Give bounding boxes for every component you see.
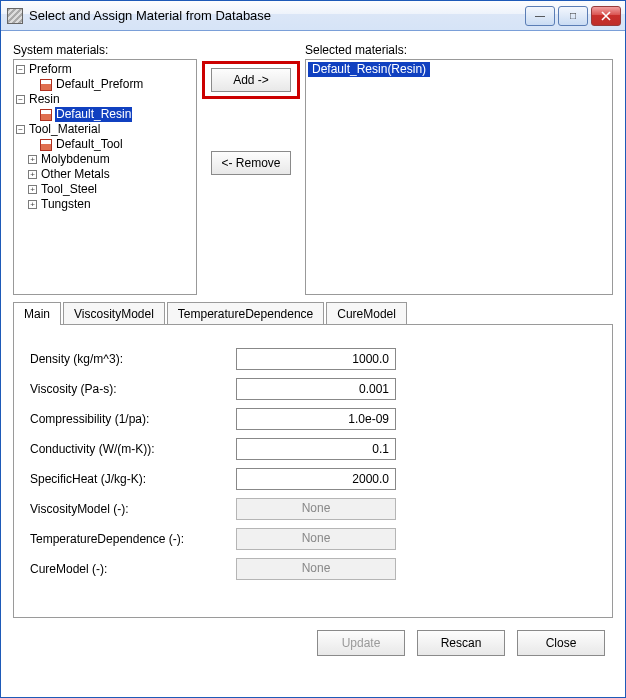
collapse-icon[interactable]: − (16, 65, 25, 74)
tree-node-default-preform[interactable]: Default_Preform (16, 77, 194, 92)
material-icon (40, 79, 52, 91)
material-icon (40, 109, 52, 121)
tree-label: Preform (28, 62, 73, 77)
tree-label: Default_Resin (55, 107, 132, 122)
conductivity-field[interactable] (236, 438, 396, 460)
property-label: TemperatureDependence (-): (30, 532, 236, 546)
dialog-content: System materials: − Preform Default_Pref… (1, 31, 625, 664)
tree-label: Resin (28, 92, 61, 107)
tab-cure-model[interactable]: CureModel (326, 302, 407, 324)
tree-node-tool-material[interactable]: − Tool_Material (16, 122, 194, 137)
property-row-temperature-dependence: TemperatureDependence (-): None (30, 525, 596, 553)
tab-viscosity-model[interactable]: ViscosityModel (63, 302, 165, 324)
tree-label: Default_Preform (55, 77, 144, 92)
tab-strip: Main ViscosityModel TemperatureDependenc… (13, 301, 613, 324)
close-window-button[interactable] (591, 6, 621, 26)
system-materials-tree[interactable]: − Preform Default_Preform − Resin Defaul… (13, 59, 197, 295)
collapse-icon[interactable]: − (16, 125, 25, 134)
dialog-action-buttons: Update Rescan Close (13, 618, 613, 656)
tree-label: Tool_Material (28, 122, 101, 137)
expand-icon[interactable]: + (28, 185, 37, 194)
specific-heat-field[interactable] (236, 468, 396, 490)
tree-label: Tool_Steel (40, 182, 98, 197)
rescan-button[interactable]: Rescan (417, 630, 505, 656)
property-row-conductivity: Conductivity (W/(m-K)): (30, 435, 596, 463)
selected-materials-label: Selected materials: (305, 43, 613, 57)
system-materials-label: System materials: (13, 43, 197, 57)
property-row-viscosity-model: ViscosityModel (-): None (30, 495, 596, 523)
property-label: Density (kg/m^3): (30, 352, 236, 366)
maximize-button[interactable]: □ (558, 6, 588, 26)
property-label: Conductivity (W/(m-K)): (30, 442, 236, 456)
density-field[interactable] (236, 348, 396, 370)
window-buttons: — □ (525, 6, 621, 26)
property-row-compressibility: Compressibility (1/pa): (30, 405, 596, 433)
properties-tabs: Main ViscosityModel TemperatureDependenc… (13, 301, 613, 618)
property-label: ViscosityModel (-): (30, 502, 236, 516)
property-label: SpecificHeat (J/kg-K): (30, 472, 236, 486)
temperature-dependence-field: None (236, 528, 396, 550)
tree-node-preform[interactable]: − Preform (16, 62, 194, 77)
add-button[interactable]: Add -> (211, 68, 291, 92)
tree-node-resin[interactable]: − Resin (16, 92, 194, 107)
close-icon (601, 11, 611, 21)
expand-icon[interactable]: + (28, 155, 37, 164)
app-icon (7, 8, 23, 24)
viscosity-model-field: None (236, 498, 396, 520)
property-row-specific-heat: SpecificHeat (J/kg-K): (30, 465, 596, 493)
remove-button[interactable]: <- Remove (211, 151, 291, 175)
system-materials-column: System materials: − Preform Default_Pref… (13, 43, 197, 295)
compressibility-field[interactable] (236, 408, 396, 430)
cure-model-field: None (236, 558, 396, 580)
tree-node-default-resin[interactable]: Default_Resin (16, 107, 194, 122)
minimize-button[interactable]: — (525, 6, 555, 26)
materials-area: System materials: − Preform Default_Pref… (13, 43, 613, 295)
maximize-icon: □ (570, 10, 576, 21)
list-item[interactable]: Default_Resin(Resin) (308, 62, 610, 77)
selected-item-label: Default_Resin(Resin) (308, 62, 430, 77)
tree-node-molybdenum[interactable]: + Molybdenum (16, 152, 194, 167)
viscosity-field[interactable] (236, 378, 396, 400)
property-row-density: Density (kg/m^3): (30, 345, 596, 373)
titlebar: Select and Assign Material from Database… (1, 1, 625, 31)
expand-icon[interactable]: + (28, 200, 37, 209)
window-title: Select and Assign Material from Database (29, 8, 525, 23)
expand-icon[interactable]: + (28, 170, 37, 179)
tree-label: Other Metals (40, 167, 111, 182)
close-button[interactable]: Close (517, 630, 605, 656)
material-icon (40, 139, 52, 151)
tree-label: Tungsten (40, 197, 92, 212)
tree-label: Molybdenum (40, 152, 111, 167)
minimize-icon: — (535, 10, 545, 21)
tree-node-tungsten[interactable]: + Tungsten (16, 197, 194, 212)
property-label: Viscosity (Pa-s): (30, 382, 236, 396)
update-button[interactable]: Update (317, 630, 405, 656)
property-label: CureModel (-): (30, 562, 236, 576)
tree-label: Default_Tool (55, 137, 124, 152)
tree-node-other-metals[interactable]: + Other Metals (16, 167, 194, 182)
collapse-icon[interactable]: − (16, 95, 25, 104)
highlight-annotation: Add -> (202, 61, 300, 99)
selected-materials-column: Selected materials: Default_Resin(Resin) (305, 43, 613, 295)
property-label: Compressibility (1/pa): (30, 412, 236, 426)
property-row-cure-model: CureModel (-): None (30, 555, 596, 583)
tree-node-tool-steel[interactable]: + Tool_Steel (16, 182, 194, 197)
tab-main[interactable]: Main (13, 302, 61, 325)
tree-node-default-tool[interactable]: Default_Tool (16, 137, 194, 152)
tab-temperature-dependence[interactable]: TemperatureDependence (167, 302, 324, 324)
selected-materials-list[interactable]: Default_Resin(Resin) (305, 59, 613, 295)
tab-panel-main: Density (kg/m^3): Viscosity (Pa-s): Comp… (13, 324, 613, 618)
transfer-buttons-column: Add -> <- Remove (205, 43, 297, 295)
property-row-viscosity: Viscosity (Pa-s): (30, 375, 596, 403)
